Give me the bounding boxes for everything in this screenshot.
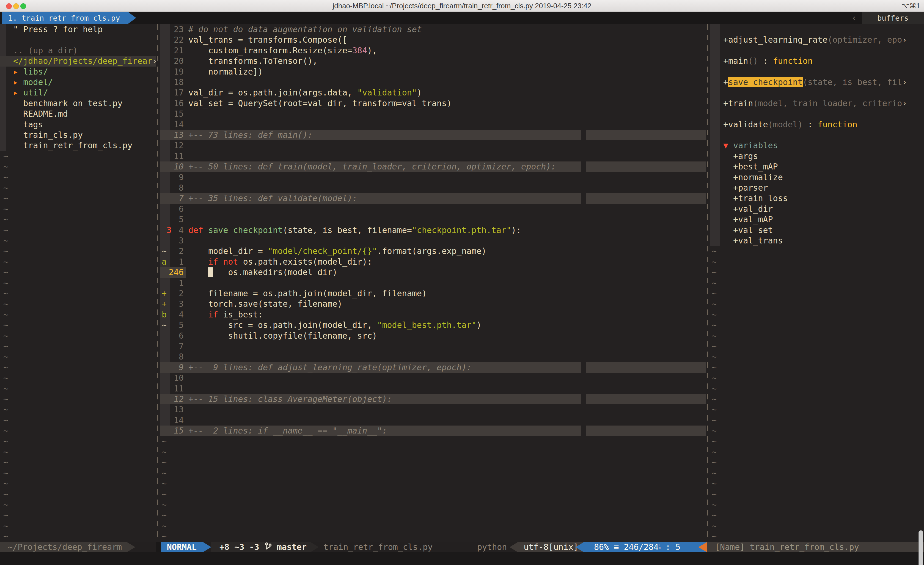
tagbar-item[interactable]: +train_loss	[710, 193, 924, 204]
code-line[interactable]: 6	[160, 204, 706, 214]
code-line[interactable]: 19 normalize])	[160, 66, 706, 77]
code-line[interactable]: ~2 model_dir = "model/check_point/{}".fo…	[160, 246, 706, 256]
code-line[interactable]: 8	[160, 352, 706, 362]
tilde-empty-line: ~	[712, 320, 717, 331]
nerdtree-item[interactable]: train_cls.py	[0, 130, 156, 140]
fold-line[interactable]: 13+-- 73 lines: def main():	[160, 130, 706, 140]
code-text: shutil.copyfile(filename, src)	[188, 331, 377, 341]
code-line[interactable]: 11	[160, 151, 706, 161]
token: save_checkpoint	[208, 225, 283, 235]
fold-line[interactable]: 15+-- 2 lines: if __name__ == "__main__"…	[160, 425, 706, 436]
code-line[interactable]: ~5 src = os.path.join(model_dir, "model_…	[160, 320, 706, 331]
tagbar-item[interactable]: +args	[710, 151, 924, 161]
code-line[interactable]: 1	[160, 278, 706, 288]
tagbar-item[interactable]: +val_mAP	[710, 214, 924, 225]
line-number: 1	[160, 257, 184, 267]
code-text: +-- 73 lines: def main():	[188, 130, 313, 140]
token	[3, 67, 13, 77]
code-line[interactable]: 14	[160, 119, 706, 130]
tilde-empty-line: ~	[3, 415, 8, 425]
token: +adjust_learning_rate	[723, 35, 828, 45]
code-line[interactable]: 7	[160, 341, 706, 352]
code-text: torch.save(state, filename)	[188, 299, 342, 309]
tagbar-item[interactable]: +main() : function	[710, 56, 924, 66]
tilde-empty-line: ~	[712, 425, 717, 436]
token: if not	[208, 257, 238, 266]
tagbar-section[interactable]: ▼ variables	[710, 140, 924, 151]
code-line[interactable]: 16val_set = QuerySet(root=val_dir, trans…	[160, 98, 706, 109]
tilde-empty-line: ~	[3, 151, 8, 161]
code-line[interactable]: 10	[160, 373, 706, 383]
code-line[interactable]: a1 if not os.path.exists(model_dir):	[160, 257, 706, 267]
nerdtree-item[interactable]: </jdhao/Projects/deep_firear›	[0, 56, 156, 66]
code-line[interactable]: 8	[160, 183, 706, 193]
nerdtree-directory[interactable]: ▸ util/	[0, 87, 156, 98]
code-line[interactable]: 17val_dir = os.path.join(args.data, "val…	[160, 87, 706, 98]
code-line[interactable]: 12	[160, 140, 706, 151]
token: train_cls.py	[3, 130, 83, 140]
code-line[interactable]: 21 custom_transform.Resize(size=384),	[160, 45, 706, 56]
tagbar-item[interactable]: +adjust_learning_rate(optimizer, epo›	[710, 35, 924, 45]
buffers-label[interactable]: buffers	[862, 12, 924, 24]
line-number: 13	[160, 130, 184, 140]
code-line[interactable]: 6 shutil.copyfile(filename, src)	[160, 331, 706, 341]
code-line[interactable]: 22val_trans = transforms.Compose([	[160, 35, 706, 45]
line-number: 9	[160, 362, 184, 373]
code-line[interactable]: 20 transforms.ToTensor(),	[160, 56, 706, 66]
tab-active[interactable]: 1. train_retr_from_cls.py	[2, 12, 128, 24]
git-hunks: +8 ~3 -3	[219, 542, 260, 552]
token: model/	[23, 77, 53, 87]
powerline-arrow-icon	[576, 542, 584, 552]
code-line[interactable]: 3	[160, 236, 706, 246]
nerdtree-item[interactable]: README.md	[0, 109, 156, 119]
tagbar-item[interactable]: +parser	[710, 183, 924, 193]
nerdtree-item[interactable]: benchmark_on_test.py	[0, 98, 156, 109]
tagbar-item[interactable]: +val_set	[710, 225, 924, 236]
window-separator-right[interactable]	[707, 24, 708, 542]
code-line[interactable]: 18	[160, 77, 706, 87]
fold-line[interactable]: 12+-- 15 lines: class AverageMeter(objec…	[160, 394, 706, 404]
tilde-empty-line: ~	[712, 383, 717, 394]
nerdtree-item[interactable]: tags	[0, 119, 156, 130]
tagbar-item[interactable]: +validate(model) : function	[710, 119, 924, 130]
code-line[interactable]: 5	[160, 214, 706, 225]
code-line[interactable]: 15	[160, 109, 706, 119]
tilde-empty-line: ~	[712, 352, 717, 362]
code-line[interactable]: b4 if is_best:	[160, 310, 706, 320]
line-number: 13	[160, 404, 184, 415]
tagbar-item[interactable]: +train(model, train_loader, criterio›	[710, 98, 924, 109]
tagbar-item[interactable]: +normalize	[710, 172, 924, 183]
nerdtree-directory[interactable]: ▸ libs/	[0, 66, 156, 77]
nerdtree-item[interactable]: .. (up a dir)	[0, 45, 156, 56]
code-line[interactable]: 9	[160, 172, 706, 183]
token: +-- 73 lines: def main():	[188, 130, 313, 140]
tilde-empty-line: ~	[3, 267, 8, 278]
nerdtree-item[interactable]: " Press ? for help	[0, 24, 156, 35]
scrollbar-thumb[interactable]	[918, 530, 923, 565]
token: +-- 35 lines: def validate(model):	[188, 193, 357, 203]
code-line[interactable]: +3 torch.save(state, filename)	[160, 299, 706, 309]
tagbar-item[interactable]: +best_mAP	[710, 161, 924, 172]
line-number: 20	[160, 56, 184, 66]
code-line[interactable]: 23# do not do data augmentation on valid…	[160, 24, 706, 35]
tagbar-item[interactable]: +val_trans	[710, 236, 924, 246]
code-line[interactable]: 11	[160, 383, 706, 394]
powerline-arrow-icon	[510, 542, 518, 552]
code-line[interactable]: +2 filename = os.path.join(model_dir, fi…	[160, 288, 706, 299]
code-line[interactable]: 14	[160, 415, 706, 425]
tagbar-item[interactable]: +save_checkpoint(state, is_best, fil›	[710, 77, 924, 87]
code-line[interactable]: 246 os.makedirs(model_dir)	[160, 267, 706, 278]
token: :	[803, 120, 818, 129]
tagbar-item[interactable]: +val_dir	[710, 204, 924, 214]
nerdtree-directory[interactable]: ▸ model/	[0, 77, 156, 87]
window-separator-left[interactable]	[157, 24, 158, 542]
fold-line[interactable]: 9+-- 9 lines: def adjust_learning_rate(o…	[160, 362, 706, 373]
fold-line[interactable]: 10+-- 50 lines: def train(model, train_l…	[160, 161, 706, 172]
tilde-empty-line: ~	[162, 457, 166, 467]
line-number: 11	[160, 383, 184, 394]
fold-line[interactable]: 7+-- 35 lines: def validate(model):	[160, 193, 706, 204]
nerdtree-item[interactable]: train_retr_from_cls.py	[0, 140, 156, 151]
code-line[interactable]: 13	[160, 404, 706, 415]
line-number: 2	[160, 288, 184, 299]
code-line[interactable]: _34def save_checkpoint(state, is_best, f…	[160, 225, 706, 236]
